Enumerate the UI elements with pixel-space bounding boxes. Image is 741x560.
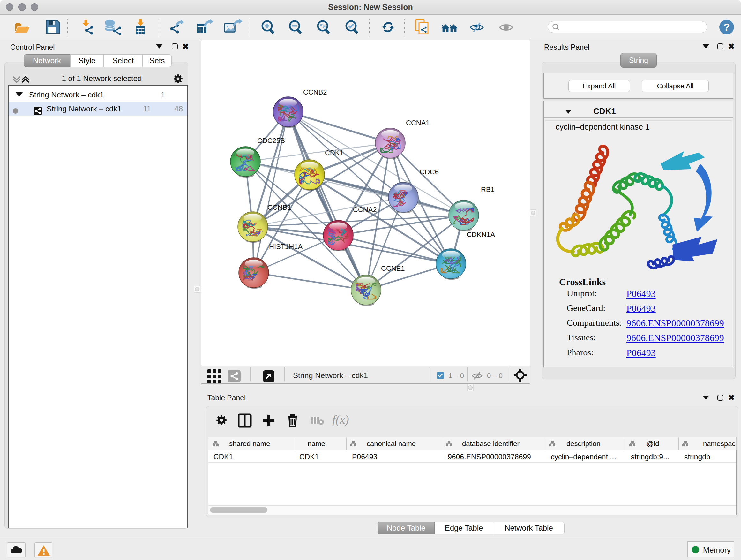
svg-text:CCNA1: CCNA1 — [406, 119, 430, 127]
svg-text:CCNE1: CCNE1 — [381, 264, 405, 272]
svg-text:CCNA2: CCNA2 — [353, 206, 377, 213]
svg-text:CDC25B: CDC25B — [257, 137, 285, 145]
svg-text:CDKN1A: CDKN1A — [467, 231, 495, 239]
svg-text:?: ? — [724, 21, 730, 33]
svg-text:HIST1H1A: HIST1H1A — [269, 243, 302, 251]
svg-text:CCNB2: CCNB2 — [303, 88, 327, 96]
svg-text:CDK1: CDK1 — [325, 149, 344, 157]
svg-text:RB1: RB1 — [481, 186, 495, 193]
svg-text:CCNB1: CCNB1 — [267, 203, 291, 211]
svg-text:CDC6: CDC6 — [420, 168, 439, 176]
